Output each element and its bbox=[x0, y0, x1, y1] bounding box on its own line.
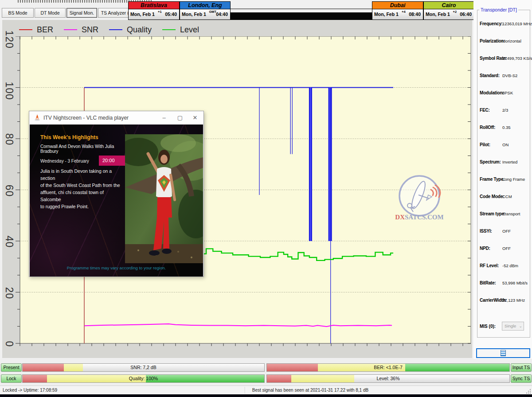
ber-meter: BER: <1.0E-7 bbox=[266, 363, 510, 372]
clock-time: 08:40 bbox=[409, 12, 421, 17]
field-label: Pilot: bbox=[480, 142, 490, 147]
clock-utc-offset: +1 bbox=[158, 10, 162, 14]
field-label: FEC: bbox=[480, 108, 490, 113]
field-value: OFF bbox=[502, 229, 511, 234]
y-axis-tick-label: 20 bbox=[3, 286, 15, 300]
y-axis-tick-label: 100 bbox=[3, 82, 15, 95]
legend-color-line bbox=[162, 29, 176, 30]
y-axis-tick-label: 0 bbox=[3, 338, 15, 351]
legend-item-level: Level bbox=[162, 25, 199, 35]
field-label: RollOff: bbox=[480, 125, 495, 130]
lock-button[interactable]: Lock bbox=[1, 374, 22, 383]
y-axis-tick-label: 80 bbox=[3, 133, 15, 146]
programme-footer-note: Programme times may vary according to yo… bbox=[30, 265, 203, 270]
status-separator bbox=[245, 387, 245, 393]
transponder-row: CarrierWidth:37,123 MHz bbox=[473, 298, 532, 307]
tab-dt-mode[interactable]: DT Mode bbox=[35, 8, 66, 18]
field-label: RF Level: bbox=[480, 263, 499, 268]
playlist-icon bbox=[501, 350, 506, 356]
maximize-button[interactable]: ▢ bbox=[172, 111, 188, 125]
vlc-video-area: This Week's Highlights Cornwall And Devo… bbox=[30, 125, 203, 276]
description-line: of the South West Coast Path from the bbox=[40, 182, 122, 189]
sync-ts-button[interactable]: Sync TS bbox=[511, 374, 532, 383]
description-line: Julia is in South Devon taking on a sect… bbox=[40, 167, 122, 182]
status-meter-zone: SNR: 7,2 dBQuality: 100%BER: <1.0E-7Leve… bbox=[0, 359, 532, 385]
close-button[interactable]: ✕ bbox=[188, 111, 203, 125]
field-value: 27499,703 KS/s bbox=[502, 56, 532, 61]
input-ts-button[interactable]: Input TS bbox=[511, 363, 532, 372]
programme-photo bbox=[125, 134, 203, 263]
field-value: DVB-S2 bbox=[502, 73, 517, 78]
bottom-edge bbox=[0, 394, 532, 397]
field-label: Stream type: bbox=[480, 211, 505, 216]
transponder-row: Stream type:Transport bbox=[473, 211, 532, 220]
y-axis-tick-label: 120 bbox=[3, 31, 15, 44]
ts-log-button[interactable] bbox=[476, 348, 530, 358]
field-value: -52 dBm bbox=[502, 263, 518, 268]
tab-signal-mon[interactable]: Signal Mon. bbox=[66, 8, 97, 18]
present-button[interactable]: Present bbox=[1, 363, 22, 372]
field-value: Long Frame bbox=[502, 177, 525, 182]
clock-time: 06:40 bbox=[460, 12, 472, 17]
ber-meter-label: BER: <1.0E-7 bbox=[267, 364, 509, 371]
transponder-row: ISSYI:OFF bbox=[473, 229, 532, 237]
best-signal-status: Best signal has been seen at 2021-01-31 … bbox=[222, 388, 399, 393]
description-line: affluent, chi chi coastal town of Salcom… bbox=[40, 189, 122, 203]
snr-meter-label: SNR: 7,2 dB bbox=[23, 364, 264, 371]
clock-date: Mon, Feb 1 bbox=[130, 12, 155, 17]
clock-utc-offset: +2 bbox=[453, 10, 457, 14]
legend-item-snr: SNR bbox=[64, 25, 98, 35]
field-value: 53,998 Mbit/s bbox=[502, 280, 528, 285]
transponder-row: NPD:OFF bbox=[473, 246, 532, 255]
clock-date: Mon, Feb 1 bbox=[374, 12, 399, 17]
legend-color-line bbox=[64, 29, 77, 30]
transponder-row: Symbol Rate:27499,703 KS/s bbox=[473, 56, 532, 65]
tab-bs-mode[interactable]: BS Mode bbox=[2, 8, 34, 18]
legend-item-quality: Quality bbox=[109, 25, 152, 35]
field-value: 0.35 bbox=[502, 125, 511, 130]
field-label: Modulation: bbox=[480, 90, 504, 95]
transponder-row: Polarization:Horizontal bbox=[473, 39, 532, 47]
dxsatcs-watermark: DXSATCS.COM bbox=[394, 173, 445, 225]
legend-color-line bbox=[19, 29, 32, 30]
clock-utc-offset: +4 bbox=[402, 10, 406, 14]
statusbar: Locked -> Uptime: 17:08:59 Best signal h… bbox=[0, 385, 532, 394]
minimize-button[interactable]: – bbox=[156, 111, 172, 125]
vlc-titlebar[interactable]: ITV Nightscreen - VLC media player – ▢ ✕ bbox=[29, 111, 203, 125]
app-window: BS Mode DT Mode Signal Mon. TS Analyzer … bbox=[0, 0, 532, 397]
programme-description: Julia is in South Devon taking on a sect… bbox=[40, 167, 122, 210]
legend-label: Level bbox=[180, 25, 199, 35]
field-label: Spectrum: bbox=[480, 160, 501, 164]
legend-label: SNR bbox=[82, 25, 98, 35]
transponder-panel: Transponder [DT] Frequency:12363,019 MHz… bbox=[473, 0, 532, 359]
clock-city: Dubai bbox=[372, 2, 423, 9]
clock-time: 05:40 bbox=[165, 12, 177, 17]
clock-dubai: Dubai Mon, Feb 1+408:40 bbox=[372, 1, 423, 20]
field-label: Polarization: bbox=[480, 39, 505, 43]
field-label: Frame Type: bbox=[480, 177, 505, 182]
transponder-row: Pilot:ON bbox=[473, 142, 532, 151]
transponder-row: RollOff:0.35 bbox=[473, 125, 532, 134]
field-value: OFF bbox=[502, 246, 511, 251]
uptime-status: Locked -> Uptime: 17:08:59 bbox=[3, 388, 57, 393]
field-label: Frequency: bbox=[480, 21, 503, 26]
clock-london: London, Eng Mon, Feb 1GMT04:40 bbox=[180, 1, 231, 20]
clock-city: Cairo bbox=[424, 2, 474, 9]
resize-grip[interactable] bbox=[525, 388, 531, 393]
mis-dropdown[interactable]: Single ⌄ bbox=[502, 322, 524, 331]
divider bbox=[231, 8, 372, 9]
field-value: 12363,019 MHz bbox=[502, 21, 532, 26]
chart-legend: BERSNRQualityLevel bbox=[19, 24, 199, 35]
clock-city: Bratislava bbox=[129, 2, 179, 9]
transponder-title: Transponder [DT] bbox=[479, 7, 518, 12]
transponder-row: BitRate:53,998 Mbit/s bbox=[473, 280, 532, 289]
level-meter-label: Level: 36% bbox=[267, 375, 509, 382]
clock-cairo: Cairo Mon, Feb 1+206:40 bbox=[423, 1, 474, 20]
programme-title: Cornwall And Devon Walks With Julia Brad… bbox=[40, 144, 125, 154]
field-value: Horizontal bbox=[502, 39, 521, 43]
vlc-cone-icon bbox=[34, 114, 41, 123]
watermark-text: DXSATCS.COM bbox=[395, 214, 443, 221]
transponder-row: RF Level:-52 dBm bbox=[473, 263, 532, 272]
field-label: NPD: bbox=[480, 246, 490, 251]
clock-date: Mon, Feb 1 bbox=[182, 12, 206, 17]
